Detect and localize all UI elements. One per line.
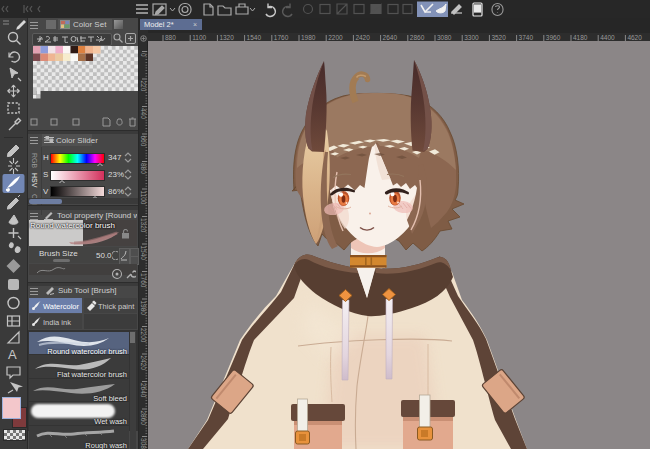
svg-text:1980: 1980 — [140, 301, 147, 316]
svg-text:2640: 2640 — [383, 34, 398, 41]
svg-text:1760: 1760 — [140, 273, 147, 288]
svg-text:660: 660 — [140, 136, 147, 147]
svg-text:4180: 4180 — [573, 34, 588, 41]
svg-text:3300: 3300 — [464, 34, 479, 41]
svg-text:1100: 1100 — [192, 34, 206, 41]
svg-text:A: A — [8, 347, 17, 362]
svg-text:1320: 1320 — [219, 34, 234, 41]
svg-text:2640: 2640 — [140, 383, 147, 398]
svg-text:0: 0 — [140, 53, 147, 57]
svg-text:880: 880 — [165, 34, 176, 41]
svg-text:880: 880 — [140, 163, 147, 174]
svg-text:3740: 3740 — [519, 34, 534, 41]
svg-text:2200: 2200 — [328, 34, 343, 41]
svg-text:3080: 3080 — [437, 34, 452, 41]
svg-text:440: 440 — [140, 108, 147, 119]
svg-text:1980: 1980 — [301, 34, 316, 41]
svg-text:1540: 1540 — [247, 34, 262, 41]
svg-text:2860: 2860 — [140, 411, 147, 426]
svg-text:1320: 1320 — [140, 218, 147, 233]
svg-text:1100: 1100 — [140, 191, 147, 205]
svg-text:3080: 3080 — [140, 438, 147, 449]
svg-text:4620: 4620 — [627, 34, 642, 41]
svg-text:220: 220 — [140, 81, 147, 92]
svg-text:2200: 2200 — [140, 328, 147, 343]
svg-text:2420: 2420 — [355, 34, 370, 41]
svg-text:4400: 4400 — [600, 34, 615, 41]
svg-text:3520: 3520 — [491, 34, 506, 41]
svg-text:2420: 2420 — [140, 356, 147, 371]
svg-text:3960: 3960 — [546, 34, 561, 41]
svg-text:1540: 1540 — [140, 246, 147, 261]
svg-text:1760: 1760 — [274, 34, 289, 41]
svg-text:2860: 2860 — [410, 34, 425, 41]
